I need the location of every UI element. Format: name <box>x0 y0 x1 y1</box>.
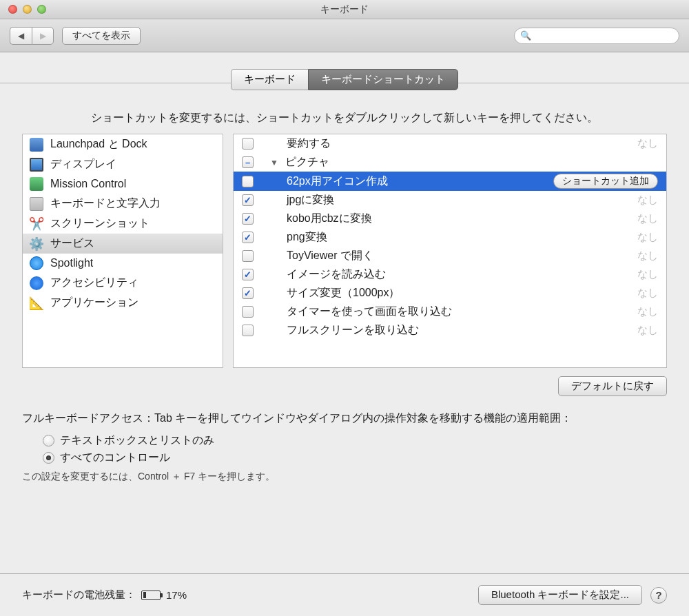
shortcut-value: なし <box>637 305 658 318</box>
full-keyboard-access-label: フルキーボードアクセス：Tab キーを押してウインドウやダイアログ内の操作対象を… <box>22 410 667 427</box>
sidebar-item-display[interactable]: ディスプレイ <box>23 154 223 174</box>
shortcut-value: なし <box>637 137 658 150</box>
row-label: フルスクリーンを取り込む <box>287 323 419 338</box>
sidebar-item-label: Spotlight <box>50 257 93 269</box>
sidebar-item-keyboard[interactable]: キーボードと文字入力 <box>23 194 223 214</box>
minimize-button[interactable] <box>23 5 32 14</box>
checkbox[interactable] <box>242 138 254 150</box>
checkbox[interactable] <box>242 287 254 299</box>
sidebar-item-mission[interactable]: Mission Control <box>23 174 223 194</box>
reset-row: デフォルトに戻す <box>22 376 667 396</box>
shortcut-value: なし <box>637 231 658 244</box>
radio-icon <box>43 452 54 464</box>
shortcut-value: なし <box>637 249 658 263</box>
footer: キーボードの電池残量： 17% Bluetooth キーボードを設定... ? <box>0 573 689 616</box>
fka-option-all-controls[interactable]: すべてのコントロール <box>43 451 667 465</box>
sidebar-item-label: スクリーンショット <box>50 216 150 231</box>
row-label: サイズ変更（1000px） <box>287 286 400 300</box>
checkbox[interactable] <box>242 250 254 262</box>
checkbox[interactable] <box>242 232 254 243</box>
tab-bar: キーボード キーボードショートカット <box>22 69 667 90</box>
toolbar: ◀ ▶ すべてを表示 🔍 <box>0 19 689 52</box>
shortcut-row[interactable]: イメージを読み込むなし <box>234 265 666 284</box>
checkbox[interactable] <box>242 306 254 318</box>
content-area: キーボード キーボードショートカット ショートカットを変更するには、ショートカッ… <box>0 52 689 495</box>
row-label: 要約する <box>287 136 331 151</box>
sidebar-item-label: Mission Control <box>50 178 126 190</box>
fka-option-text-only[interactable]: テキストボックスとリストのみ <box>43 433 667 448</box>
radio-label: すべてのコントロール <box>60 451 170 465</box>
zoom-button[interactable] <box>37 5 46 14</box>
shortcut-row[interactable]: フルスクリーンを取り込むなし <box>234 321 666 340</box>
nav-buttons: ◀ ▶ <box>10 27 54 45</box>
show-all-button[interactable]: すべてを表示 <box>62 27 141 45</box>
row-label: ToyViewer で開く <box>287 249 373 263</box>
checkbox[interactable] <box>242 325 254 336</box>
tab-keyboard[interactable]: キーボード <box>231 69 308 90</box>
battery-text: キーボードの電池残量： <box>22 588 136 602</box>
sidebar-item-screenshot[interactable]: ✂️スクリーンショット <box>23 214 223 234</box>
checkbox[interactable] <box>242 156 254 168</box>
shortcut-value: なし <box>637 324 658 337</box>
row-label: タイマーを使って画面を取り込む <box>287 305 452 319</box>
radio-label: テキストボックスとリストのみ <box>60 433 214 448</box>
sidebar-item-spotlight[interactable]: Spotlight <box>23 254 223 273</box>
sidebar-item-label: アクセシビリティ <box>50 276 138 290</box>
sidebar-item-services[interactable]: ⚙️サービス <box>23 234 223 254</box>
row-label: イメージを読み込む <box>287 267 386 282</box>
instruction-text: ショートカットを変更するには、ショートカットをダブルクリックして新しいキーを押し… <box>22 111 667 125</box>
sidebar-item-label: サービス <box>50 236 94 251</box>
help-button[interactable]: ? <box>650 587 667 604</box>
shortcut-row[interactable]: png変換なし <box>234 228 666 247</box>
battery-status: キーボードの電池残量： 17% <box>22 588 187 602</box>
search-input[interactable] <box>534 30 673 41</box>
tab-shortcuts[interactable]: キーボードショートカット <box>308 69 458 90</box>
category-sidebar[interactable]: Launchpad と DockディスプレイMission Controlキーボ… <box>22 134 223 368</box>
shortcut-row[interactable]: jpgに変換なし <box>234 191 666 209</box>
shortcut-row[interactable]: 要約するなし <box>234 134 666 153</box>
shortcut-row[interactable]: ▼ピクチャ <box>234 153 666 172</box>
shortcut-row[interactable]: 62px用アイコン作成ショートカット追加 <box>234 172 666 191</box>
window-title: キーボード <box>0 3 689 16</box>
radio-icon <box>43 435 54 446</box>
shortcut-value: なし <box>637 268 658 281</box>
sidebar-item-accessibility[interactable]: アクセシビリティ <box>23 273 223 293</box>
sidebar-item-label: ディスプレイ <box>50 157 116 172</box>
checkbox[interactable] <box>242 269 254 280</box>
shortcut-value: なし <box>637 287 658 300</box>
sidebar-item-label: Launchpad と Dock <box>50 137 147 152</box>
split-panes: Launchpad と DockディスプレイMission Controlキーボ… <box>22 134 667 368</box>
add-shortcut-button[interactable]: ショートカット追加 <box>553 174 658 189</box>
restore-defaults-button[interactable]: デフォルトに戻す <box>558 376 667 396</box>
checkbox[interactable] <box>242 194 254 206</box>
shortcut-value: なし <box>637 194 658 207</box>
checkbox[interactable] <box>242 213 254 225</box>
sidebar-item-label: アプリケーション <box>50 296 138 310</box>
row-label: ピクチャ <box>285 155 329 170</box>
sidebar-item-apps[interactable]: 📐アプリケーション <box>23 293 223 313</box>
search-icon: 🔍 <box>520 30 531 41</box>
row-label: 62px用アイコン作成 <box>287 174 388 189</box>
window-titlebar: キーボード <box>0 0 689 19</box>
row-label: png変換 <box>287 230 327 245</box>
shortcut-row[interactable]: kobo用cbzに変換なし <box>234 209 666 228</box>
shortcut-row[interactable]: サイズ変更（1000px）なし <box>234 284 666 302</box>
close-button[interactable] <box>8 5 17 14</box>
forward-button[interactable]: ▶ <box>32 27 54 45</box>
sidebar-item-launchpad[interactable]: Launchpad と Dock <box>23 134 223 154</box>
fka-hint: この設定を変更するには、Control ＋ F7 キーを押します。 <box>22 471 667 483</box>
shortcut-value: なし <box>637 212 658 225</box>
shortcut-row[interactable]: ToyViewer で開くなし <box>234 247 666 265</box>
shortcut-list[interactable]: 要約するなし▼ピクチャ62px用アイコン作成ショートカット追加jpgに変換なしk… <box>233 134 667 368</box>
checkbox[interactable] <box>242 176 254 187</box>
shortcut-row[interactable]: タイマーを使って画面を取り込むなし <box>234 302 666 321</box>
fka-radio-group: テキストボックスとリストのみ すべてのコントロール <box>22 433 667 465</box>
sidebar-item-label: キーボードと文字入力 <box>50 196 161 211</box>
row-label: kobo用cbzに変換 <box>287 212 372 226</box>
footer-right: Bluetooth キーボードを設定... ? <box>478 585 667 605</box>
search-box[interactable]: 🔍 <box>514 28 679 44</box>
disclosure-triangle-icon[interactable]: ▼ <box>270 158 278 167</box>
back-button[interactable]: ◀ <box>10 27 32 45</box>
battery-percent: 17% <box>166 589 187 601</box>
bluetooth-setup-button[interactable]: Bluetooth キーボードを設定... <box>478 585 642 605</box>
